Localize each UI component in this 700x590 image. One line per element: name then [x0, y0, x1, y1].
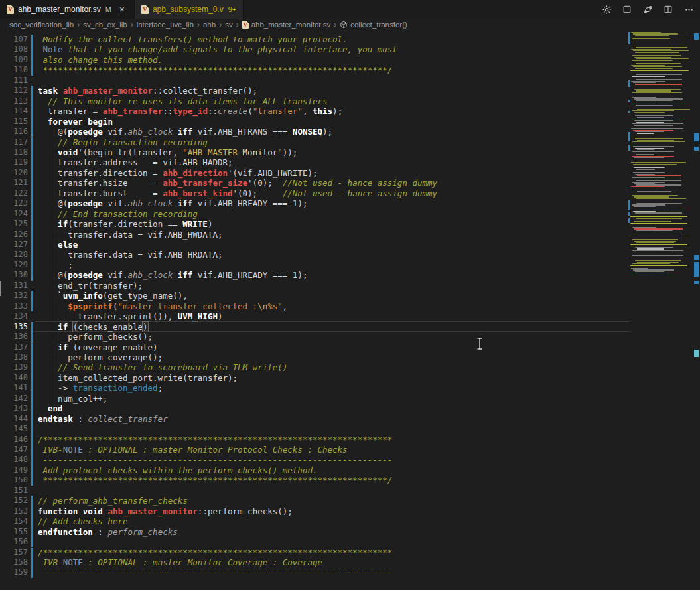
- code-line[interactable]: 113 // This monitor re-uses its data ite…: [0, 96, 629, 106]
- line-number[interactable]: 154: [0, 516, 28, 526]
- breadcrumb-item-sv[interactable]: sv›: [225, 20, 242, 29]
- line-number[interactable]: 126: [0, 230, 28, 240]
- code-line[interactable]: 135 if (checks_enable): [0, 322, 629, 332]
- line-number[interactable]: 149: [0, 465, 28, 475]
- line-number[interactable]: 136: [0, 332, 28, 342]
- line-number[interactable]: 117: [0, 137, 28, 147]
- line-number[interactable]: 130: [0, 270, 28, 280]
- code-line[interactable]: 118 void'(begin_tr(transfer, "AHB MASTER…: [0, 147, 629, 157]
- line-number[interactable]: 132: [0, 291, 28, 301]
- line-number[interactable]: 127: [0, 240, 28, 250]
- line-number[interactable]: 155: [0, 527, 28, 537]
- overview-ruler[interactable]: [693, 31, 700, 590]
- code-line[interactable]: 121 transfer.hsize = ahb_transfer_size'(…: [0, 178, 629, 188]
- code-line[interactable]: 125 if(transfer.direction == WRITE): [0, 219, 629, 229]
- line-number[interactable]: 125: [0, 219, 28, 229]
- line-number[interactable]: 133: [0, 301, 28, 311]
- breadcrumb-item-ahb-master-monitor-sv[interactable]: Vahb_master_monitor.sv›: [242, 20, 340, 29]
- code-line[interactable]: 142 num_col++;: [0, 394, 629, 404]
- code-line[interactable]: 153function void ahb_master_monitor::per…: [0, 506, 629, 516]
- line-number[interactable]: 115: [0, 117, 28, 127]
- breadcrumb-item-interface-uvc-lib[interactable]: interface_uvc_lib›: [137, 20, 203, 29]
- line-number[interactable]: 109: [0, 55, 28, 65]
- minimap[interactable]: [629, 31, 693, 590]
- close-icon[interactable]: ×: [117, 5, 127, 14]
- code-line[interactable]: 144endtask : collect_transfer: [0, 414, 629, 424]
- line-number[interactable]: 139: [0, 362, 28, 372]
- code-line[interactable]: 112task ahb_master_monitor::collect_tran…: [0, 86, 629, 96]
- line-number[interactable]: 119: [0, 157, 28, 167]
- code-line[interactable]: 150 ************************************…: [0, 475, 629, 485]
- breadcrumb-item-ahb[interactable]: ahb›: [203, 20, 225, 29]
- code-line[interactable]: 129 ;: [0, 260, 629, 270]
- line-number[interactable]: 107: [0, 35, 28, 44]
- code-line[interactable]: 154// Add checks here: [0, 516, 629, 526]
- code-line[interactable]: 158 IVB-NOTE : OPTIONAL : master Monitor…: [0, 557, 629, 567]
- line-number[interactable]: 151: [0, 486, 28, 496]
- breadcrumb-item-soc-verification-lib[interactable]: soc_verification_lib›: [9, 20, 83, 29]
- code-line[interactable]: 110 ************************************…: [0, 65, 629, 75]
- line-number[interactable]: 152: [0, 496, 28, 506]
- code-line[interactable]: 108 Note that if you change/add signals …: [0, 44, 629, 54]
- code-line[interactable]: 140 item_collected_port.write(transfer);: [0, 373, 629, 383]
- line-number[interactable]: 146: [0, 435, 28, 445]
- line-number[interactable]: 124: [0, 209, 28, 219]
- code-line[interactable]: 137 if (coverage_enable): [0, 342, 629, 352]
- code-line[interactable]: 157/************************************…: [0, 548, 629, 557]
- line-number[interactable]: 153: [0, 506, 28, 516]
- code-line[interactable]: 139 // Send transfer to scoreboard via T…: [0, 362, 629, 372]
- line-number[interactable]: 112: [0, 86, 28, 96]
- line-number[interactable]: 156: [0, 537, 28, 547]
- code-line[interactable]: 115 forever begin: [0, 117, 629, 127]
- split-editor-icon[interactable]: [661, 2, 675, 17]
- code-line[interactable]: 131 end_tr(transfer);: [0, 281, 629, 291]
- line-number[interactable]: 111: [0, 76, 28, 86]
- line-number[interactable]: 158: [0, 557, 28, 567]
- code-line[interactable]: 117 // Begin transaction recording: [0, 137, 629, 147]
- code-line[interactable]: 146/************************************…: [0, 435, 629, 445]
- line-number[interactable]: 120: [0, 168, 28, 178]
- layout-square-icon[interactable]: [620, 2, 634, 17]
- code-line[interactable]: 107 Modify the collect_transfers() metho…: [0, 35, 629, 44]
- line-number[interactable]: 131: [0, 281, 28, 291]
- line-number[interactable]: 144: [0, 414, 28, 424]
- line-number[interactable]: 123: [0, 198, 28, 208]
- code-line[interactable]: 148 ------------------------------------…: [0, 455, 629, 465]
- line-number[interactable]: 145: [0, 424, 28, 434]
- line-number[interactable]: 122: [0, 188, 28, 198]
- line-number[interactable]: 128: [0, 250, 28, 259]
- code-line[interactable]: 136 perform_checks();: [0, 332, 629, 342]
- code-line[interactable]: 132 `uvm_info(get_type_name(),: [0, 291, 629, 301]
- code-line[interactable]: 111: [0, 76, 629, 86]
- line-number[interactable]: 129: [0, 260, 28, 270]
- line-number[interactable]: 159: [0, 567, 28, 577]
- code-line[interactable]: 127 else: [0, 240, 629, 250]
- source-control-graph-icon[interactable]: [640, 2, 655, 17]
- line-number[interactable]: 113: [0, 96, 28, 106]
- code-line[interactable]: 114 transfer = ahb_transfer::type_id::cr…: [0, 106, 629, 116]
- code-line[interactable]: 119 transfer.address = vif.AHB_HADDR;: [0, 157, 629, 167]
- code-line[interactable]: 126 transfer.data = vif.AHB_HWDATA;: [0, 230, 629, 240]
- code-line[interactable]: 143 end: [0, 404, 629, 413]
- code-line[interactable]: 122 transfer.burst = ahb_burst_kind'(0);…: [0, 188, 629, 198]
- line-number[interactable]: 118: [0, 147, 28, 157]
- code-line[interactable]: 116 @(posedge vif.ahb_clock iff vif.AHB_…: [0, 127, 629, 137]
- code-line[interactable]: 145: [0, 424, 629, 434]
- code-line[interactable]: 128 transfer.data = vif.AHB_HRDATA;: [0, 250, 629, 259]
- code-line[interactable]: 152// perform_ahb_transfer_checks: [0, 496, 629, 506]
- line-number[interactable]: 121: [0, 178, 28, 188]
- code-line[interactable]: 155endfunction : perform_checks: [0, 527, 629, 537]
- line-number[interactable]: 141: [0, 383, 28, 393]
- line-number[interactable]: 110: [0, 65, 28, 75]
- line-number[interactable]: 148: [0, 455, 28, 465]
- line-number[interactable]: 138: [0, 352, 28, 362]
- breadcrumb-item-sv-cb-ex-lib[interactable]: sv_cb_ex_lib›: [83, 20, 136, 29]
- code-line[interactable]: 123 @(posedge vif.ahb_clock iff vif.AHB_…: [0, 198, 629, 208]
- line-number[interactable]: 135: [0, 322, 28, 332]
- more-actions-icon[interactable]: [681, 2, 696, 17]
- line-number[interactable]: 108: [0, 44, 28, 54]
- line-number[interactable]: 142: [0, 394, 28, 404]
- tab-ahb-master-monitor[interactable]: V ahb_master_monitor.sv M ×: [0, 0, 135, 19]
- line-number[interactable]: 143: [0, 404, 28, 413]
- code-line[interactable]: 156: [0, 537, 629, 547]
